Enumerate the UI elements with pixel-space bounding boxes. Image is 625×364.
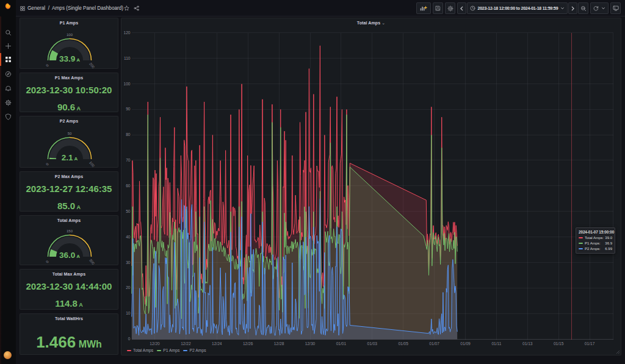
svg-text:200: 200 — [89, 62, 95, 70]
svg-text:01/13: 01/13 — [522, 341, 533, 346]
svg-text:01/15: 01/15 — [554, 341, 564, 346]
svg-text:20: 20 — [126, 285, 131, 290]
svg-text:33.9 A: 33.9 A — [59, 54, 80, 63]
svg-text:40: 40 — [126, 235, 131, 239]
svg-text:100: 100 — [89, 161, 95, 168]
svg-text:50: 50 — [68, 132, 72, 135]
svg-text:12/28: 12/28 — [274, 341, 284, 346]
svg-text:0: 0 — [128, 337, 131, 341]
svg-text:50: 50 — [126, 209, 131, 213]
svg-text:12/30: 12/30 — [305, 341, 316, 346]
svg-text:100: 100 — [123, 82, 130, 86]
svg-text:01/11: 01/11 — [491, 341, 501, 346]
svg-text:12/20: 12/20 — [150, 341, 160, 346]
svg-text:300: 300 — [89, 259, 95, 266]
svg-text:01/01: 01/01 — [336, 341, 347, 346]
svg-text:01/05: 01/05 — [398, 341, 408, 346]
svg-text:70: 70 — [126, 158, 131, 162]
svg-text:30: 30 — [126, 260, 131, 265]
svg-text:0: 0 — [45, 162, 49, 166]
svg-text:100: 100 — [67, 33, 73, 37]
svg-text:80: 80 — [126, 132, 131, 137]
svg-text:12/24: 12/24 — [212, 341, 222, 346]
svg-text:01/07: 01/07 — [429, 341, 439, 346]
svg-text:10: 10 — [126, 311, 131, 315]
svg-text:110: 110 — [124, 56, 131, 60]
svg-text:2.1 A: 2.1 A — [62, 153, 78, 162]
svg-text:90: 90 — [126, 107, 131, 111]
svg-text:36.0 A: 36.0 A — [59, 251, 80, 260]
svg-text:0: 0 — [45, 260, 49, 264]
svg-text:150: 150 — [67, 229, 73, 233]
svg-text:60: 60 — [126, 184, 131, 188]
svg-text:01/17: 01/17 — [585, 341, 595, 346]
svg-text:0: 0 — [45, 63, 49, 68]
svg-text:12/22: 12/22 — [181, 341, 191, 346]
svg-text:01/09: 01/09 — [460, 341, 471, 346]
svg-text:01/03: 01/03 — [367, 341, 378, 346]
svg-text:12/26: 12/26 — [243, 341, 253, 346]
svg-text:120: 120 — [123, 30, 130, 35]
